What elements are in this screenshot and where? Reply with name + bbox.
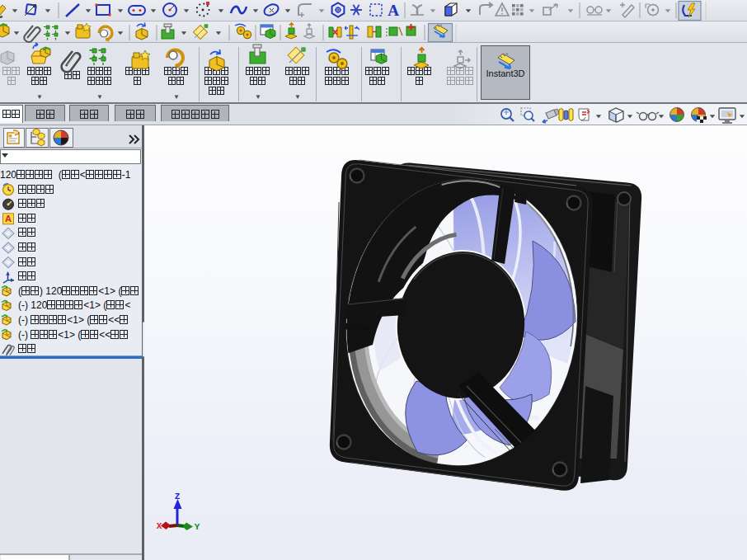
svg-text:Z: Z	[175, 492, 181, 501]
svg-text:A: A	[388, 2, 399, 19]
svg-text:A: A	[5, 214, 12, 224]
svg-text:Y: Y	[195, 522, 200, 532]
svg-text:X: X	[157, 521, 162, 531]
